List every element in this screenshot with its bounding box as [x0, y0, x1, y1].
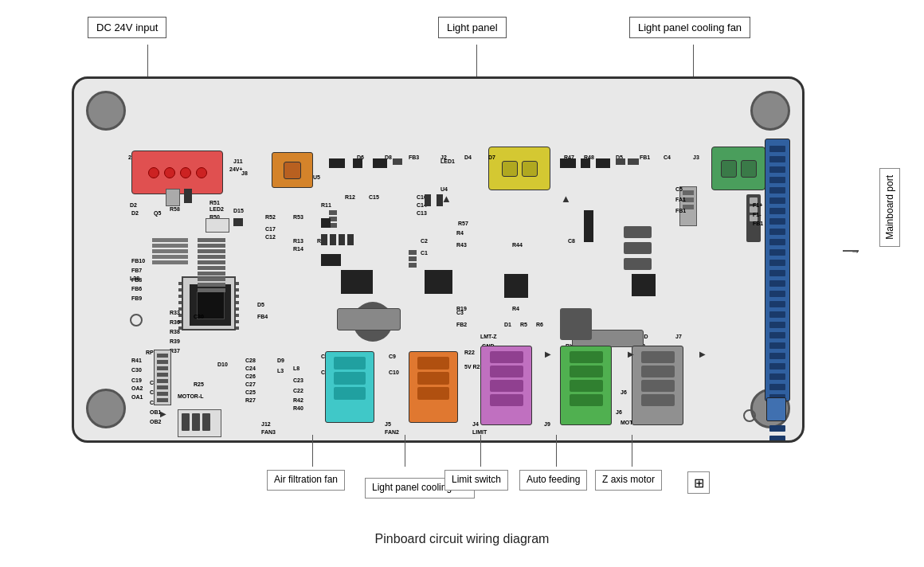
label-c23: C23 — [293, 377, 303, 383]
label-fb4: FB4 — [257, 314, 268, 319]
label-fb3: FB3 — [409, 154, 419, 160]
comp-right-1 — [624, 226, 652, 238]
block-motor-l — [178, 409, 221, 437]
callout-line-cooling — [693, 45, 694, 80]
connector-j3 — [746, 194, 761, 242]
label-j7: J7 — [675, 334, 682, 339]
block-blue-connector — [765, 139, 790, 401]
label-f1p: F1+ — [753, 202, 762, 208]
label-led1: LED1 — [440, 158, 455, 164]
line-z-motor — [632, 435, 632, 467]
label-r4: R4 — [512, 306, 519, 311]
corner-tl — [86, 91, 126, 131]
label-j8-area: J8 — [241, 170, 248, 176]
label-f1m: F1- — [753, 212, 762, 217]
block-large-3 — [504, 274, 528, 298]
comp-right-3 — [624, 258, 652, 270]
block-orange — [272, 152, 313, 188]
mainboard-port-label: Mainboard port — [879, 168, 900, 247]
label-r51: R51 — [209, 200, 220, 205]
dot1 — [148, 167, 159, 178]
diode-1 — [329, 158, 345, 168]
callout-line-light — [476, 45, 477, 80]
diode-4 — [560, 158, 576, 168]
cap-2 — [616, 158, 625, 165]
block-large-2 — [425, 270, 452, 294]
label-r14: R14 — [293, 246, 303, 252]
line-light-fan — [405, 435, 405, 467]
label-c9: C9 — [389, 354, 396, 359]
label-auto-feeding: Auto feeding — [519, 470, 587, 491]
block-c5 — [679, 186, 697, 226]
mainboard-port-text: Mainboard port — [884, 175, 895, 240]
label-fb6: FB6 — [131, 286, 142, 291]
label-c25: C25 — [245, 389, 256, 395]
label-d7: D7 — [488, 154, 495, 160]
label-c5: C5 — [675, 186, 683, 192]
label-c1: C1 — [421, 250, 428, 256]
label-motor-l: MOTOR-L — [178, 393, 204, 399]
line-limit — [480, 435, 481, 467]
arrow-mainboard-head: → — [851, 246, 860, 257]
block-l2 — [337, 308, 401, 330]
label-d10: D10 — [217, 362, 228, 367]
label-lmt-z: LMT-Z — [480, 334, 497, 339]
label-r52: R52 — [265, 214, 276, 220]
label-oa1: OA1 — [131, 394, 143, 400]
label-fb10: FB10 — [131, 258, 145, 264]
page-container: DC 24V input Light panel Light panel coo… — [0, 0, 924, 567]
label-r43: R43 — [456, 242, 467, 248]
diode-2 — [353, 158, 362, 168]
sm-comp-8 — [584, 234, 593, 242]
label-fb7: FB7 — [131, 268, 142, 273]
label-fb9: FB9 — [131, 295, 142, 301]
sm-comp-7 — [584, 226, 593, 234]
label-r19: R19 — [456, 306, 467, 311]
sm-comp-5 — [584, 210, 593, 218]
label-c22: C22 — [293, 388, 303, 393]
connector-dots — [132, 151, 222, 194]
block-blue-small — [766, 397, 786, 421]
sm-comp-1 — [321, 218, 331, 228]
label-r12: R12 — [345, 194, 355, 200]
label-fan3: FAN3 — [261, 429, 276, 435]
label-r53: R53 — [293, 214, 303, 220]
label-j3: J3 — [693, 154, 699, 160]
callout-light-panel: Light panel — [438, 17, 507, 38]
label-r5: R5 — [520, 322, 527, 327]
label-led2: LED2 — [209, 206, 224, 212]
label-d1: D1 — [504, 322, 511, 327]
small-grid-icon: ⊞ — [687, 471, 710, 494]
label-q5: Q5 — [154, 210, 161, 216]
corner-bl — [86, 389, 126, 428]
block-j9-green — [560, 346, 612, 425]
label-r58: R58 — [170, 206, 180, 212]
block-q1 — [560, 308, 592, 340]
comp-small-2 — [233, 218, 243, 226]
label-c28: C28 — [245, 358, 256, 363]
label-r57: R57 — [458, 221, 468, 226]
label-d2b: D2 — [130, 202, 137, 208]
label-c26: C26 — [245, 373, 256, 379]
sm-comp-6 — [584, 218, 593, 226]
label-r27: R27 — [245, 397, 256, 403]
screw-circle-1 — [130, 314, 143, 327]
label-c17: C17 — [265, 226, 276, 232]
block-j6-gray — [632, 346, 683, 425]
label-r4b: R4 — [456, 230, 464, 236]
block-j4-purple — [480, 346, 532, 425]
label-fb2: FB2 — [456, 322, 467, 327]
label-r38: R38 — [170, 329, 180, 334]
label-r39: R39 — [170, 338, 180, 344]
label-limit: LIMIT — [472, 429, 487, 435]
block-rp1 — [154, 350, 171, 405]
label-c4: C4 — [664, 154, 671, 160]
callout-light-panel-cooling: Light panel cooling fan — [629, 17, 750, 38]
label-c12: C12 — [265, 234, 276, 240]
sm-comp-3 — [425, 194, 431, 206]
label-fa1: FA1 — [675, 197, 686, 202]
cap-3 — [628, 158, 639, 165]
block-24v-red — [131, 151, 223, 194]
callout-dc24v: DC 24V input — [88, 17, 166, 38]
label-c27: C27 — [245, 381, 256, 387]
